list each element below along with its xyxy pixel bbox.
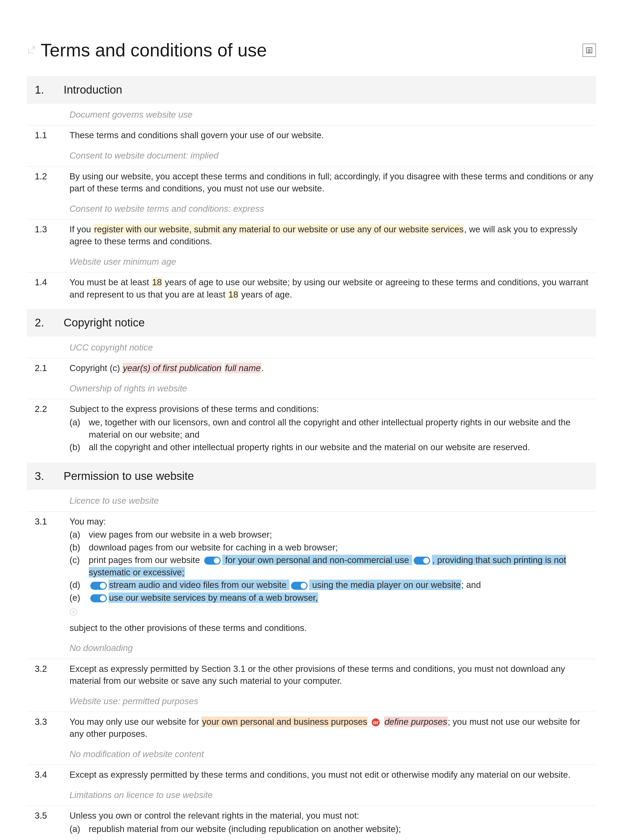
sub-text: all the copyright and other intellectual…: [89, 441, 596, 453]
sub-label: (b): [69, 542, 85, 554]
clause-number: 3.2: [35, 663, 60, 687]
clause: 1.3If you register with our website, sub…: [27, 219, 596, 251]
section-title: Copyright notice: [64, 315, 145, 331]
note-text: Consent to website terms and conditions:…: [69, 204, 264, 214]
editorial-note: No downloading: [27, 637, 596, 659]
sub-text: use our website services by means of a w…: [89, 592, 596, 604]
sub-list: (a)view pages from our website in a web …: [69, 529, 596, 604]
clause-number: 2.2: [35, 403, 60, 454]
editorial-note: Consent to website terms and conditions:…: [27, 198, 596, 219]
text-run: republish material from our website (inc…: [89, 824, 401, 834]
section: 2.Copyright noticeUCC copyright notice2.…: [27, 309, 596, 457]
section: 1.IntroductionDocument governs website u…: [27, 76, 596, 304]
toggle-switch[interactable]: [414, 557, 430, 565]
clause-body: Copyright (c) year(s) of first publicati…: [69, 362, 596, 374]
text-run: Except as expressly permitted by Section…: [69, 664, 565, 686]
table-of-contents-icon[interactable]: [582, 44, 596, 57]
sub-item: (a)we, together with our licensors, own …: [69, 416, 596, 441]
text-run: years of age.: [239, 289, 292, 299]
editorial-note: Licence to use website: [27, 490, 596, 512]
sub-item: (d)stream audio and video files from our…: [69, 579, 596, 591]
toggle-switch[interactable]: [291, 582, 308, 590]
note-text: Ownership of rights in website: [69, 384, 187, 393]
editorial-note: Website use: permitted purposes: [27, 690, 596, 712]
clause-body: These terms and conditions shall govern …: [69, 129, 596, 141]
text-run: You may:: [69, 516, 106, 526]
sub-label: (b): [69, 441, 85, 453]
clause-number: 1.2: [35, 170, 60, 195]
editorial-note: Ownership of rights in website: [27, 377, 596, 399]
document-body: 1.IntroductionDocument governs website u…: [27, 76, 596, 838]
note-text: No modification of website content: [69, 749, 204, 759]
sub-text: stream audio and video files from our we…: [89, 579, 596, 591]
clause-number: 3.5: [35, 810, 60, 835]
text-run: use our website services by means of a w…: [109, 592, 318, 603]
editorial-note: No modification of website content: [27, 743, 596, 765]
text-run: Subject to the express provisions of the…: [69, 404, 319, 414]
note-text: UCC copyright notice: [69, 343, 153, 352]
text-run: year(s) of first publication: [123, 363, 222, 373]
toggle-switch[interactable]: [90, 594, 107, 602]
clause: 1.2By using our website, you accept thes…: [27, 167, 596, 198]
sub-list: (a)we, together with our licensors, own …: [69, 416, 596, 453]
editorial-note: Document governs website use: [27, 104, 596, 125]
toggle-switch[interactable]: [204, 557, 221, 565]
add-item-row: [69, 607, 596, 619]
text-run: Unless you own or control the relevant r…: [69, 811, 359, 821]
text-run: define purposes: [384, 717, 448, 727]
text-run: .: [261, 363, 264, 373]
add-icon[interactable]: [69, 608, 77, 616]
sub-text: download pages from our website for cach…: [89, 542, 596, 554]
text-run: 18: [228, 289, 239, 300]
clause: 3.1You may:(a)view pages from our websit…: [27, 512, 596, 637]
editorial-note: UCC copyright notice: [27, 336, 596, 358]
text-run: your own personal and business purposes: [202, 717, 368, 727]
clause-number: 1.3: [35, 223, 60, 248]
clause: 1.1These terms and conditions shall gove…: [27, 125, 596, 145]
section: 3.Permission to use websiteLicence to us…: [27, 463, 596, 839]
editorial-note: Website user minimum age: [27, 251, 596, 272]
note-text: Website user minimum age: [69, 257, 176, 267]
text-run: [368, 717, 370, 726]
clause-body: By using our website, you accept these t…: [69, 170, 596, 195]
clause-number: 3.3: [35, 716, 60, 740]
text-run: ; and: [461, 580, 481, 590]
section-header: 2.Copyright notice: [27, 309, 596, 336]
text-run: using the media player on our website: [309, 579, 461, 590]
clause-number: 1.4: [35, 276, 60, 300]
text-run: download pages from our website for cach…: [89, 542, 338, 552]
sub-item: (a)view pages from our website in a web …: [69, 529, 596, 541]
sub-text: we, together with our licensors, own and…: [89, 416, 596, 441]
document-title: Terms and conditions of use: [41, 38, 267, 63]
text-run: view pages from our website in a web bro…: [89, 530, 272, 540]
sub-label: (d): [69, 579, 85, 591]
clause-body: Unless you own or control the relevant r…: [69, 810, 596, 835]
text-run: If you: [69, 224, 93, 234]
clause-number: 3.4: [35, 769, 60, 781]
sub-label: (e): [69, 592, 85, 604]
toggle-switch[interactable]: [90, 582, 107, 590]
clause: 3.3You may only use our website for your…: [27, 712, 596, 743]
note-text: Licence to use website: [69, 496, 159, 505]
clause: 3.4Except as expressly permitted by thes…: [27, 765, 596, 784]
sub-label: (a): [69, 823, 85, 835]
sub-text: republish material from our website (inc…: [89, 823, 596, 835]
text-run: These terms and conditions shall govern …: [69, 130, 324, 140]
sub-label: (a): [69, 416, 85, 441]
external-link-icon: [27, 46, 36, 55]
or-badge: or: [372, 718, 380, 726]
text-run: You may only use our website for: [69, 717, 202, 726]
text-run: By using our website, you accept these t…: [69, 171, 593, 194]
title-wrap: Terms and conditions of use: [27, 38, 267, 63]
sub-label: (c): [69, 554, 85, 578]
text-run: You must be at least: [69, 277, 151, 287]
section-header: 3.Permission to use website: [27, 463, 596, 490]
text-run: print pages from our website: [89, 555, 203, 565]
sub-item: (a)republish material from our website (…: [69, 823, 596, 835]
section-header: 1.Introduction: [27, 76, 596, 104]
text-run: we, together with our licensors, own and…: [89, 417, 570, 439]
editorial-note: Limitations on licence to use website: [27, 784, 596, 806]
clause: 1.4You must be at least 18 years of age …: [27, 272, 596, 304]
clause: 2.1Copyright (c) year(s) of first public…: [27, 358, 596, 377]
section-number: 1.: [35, 82, 47, 98]
